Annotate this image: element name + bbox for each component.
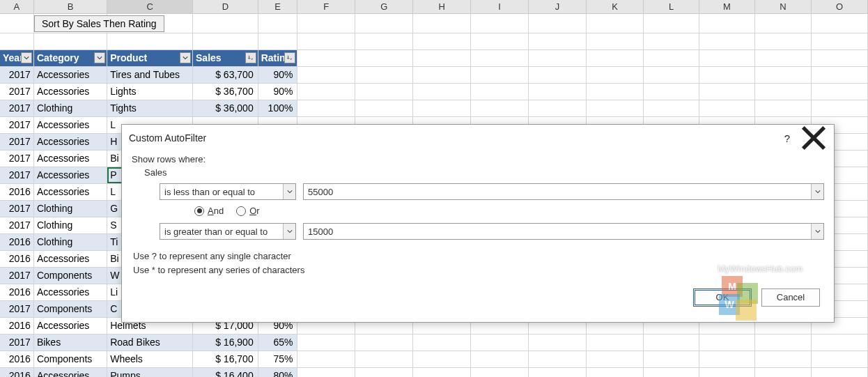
column-header-M[interactable]: M <box>699 0 755 13</box>
hint-2: Use * to represent any series of charact… <box>133 263 824 277</box>
column-header-G[interactable]: G <box>355 0 413 13</box>
dialog-title: Custom AutoFilter <box>129 132 774 144</box>
column-header-H[interactable]: H <box>413 0 471 13</box>
column-header-I[interactable]: I <box>471 0 529 13</box>
column-header-N[interactable]: N <box>755 0 812 13</box>
table-header-year[interactable]: Year <box>0 50 34 66</box>
operator-1-dropdown[interactable]: is less than or equal to <box>160 183 296 200</box>
chevron-down-icon[interactable] <box>811 224 823 239</box>
column-header-O[interactable]: O <box>812 0 868 13</box>
column-header-E[interactable]: E <box>258 0 298 13</box>
value-2-input[interactable]: 15000 <box>303 223 824 240</box>
table-row[interactable]: 2016AccessoriesPumps$ 16,40080% <box>0 368 868 377</box>
table-row[interactable]: 2017ClothingTights$ 36,000100% <box>0 100 868 117</box>
field-label: Sales <box>144 167 824 178</box>
filter-dropdown-icon[interactable] <box>94 52 105 63</box>
column-header-D[interactable]: D <box>193 0 258 13</box>
table-row[interactable]: 2017AccessoriesTires and Tubes$ 63,70090… <box>0 67 868 84</box>
column-header-C[interactable]: C <box>107 0 193 13</box>
and-radio[interactable]: And <box>194 206 224 216</box>
table-header-sales[interactable]: Sales <box>193 50 258 66</box>
table-header-rating[interactable]: Rating <box>258 50 298 66</box>
table-row[interactable]: 2016ComponentsWheels$ 16,70075% <box>0 351 868 368</box>
column-header-J[interactable]: J <box>529 0 587 13</box>
cancel-button[interactable]: Cancel <box>761 288 820 307</box>
or-radio[interactable]: Or <box>236 206 259 216</box>
column-header-L[interactable]: L <box>644 0 699 13</box>
filter-dropdown-icon[interactable] <box>284 52 295 63</box>
table-header-product[interactable]: Product <box>107 50 193 66</box>
column-headers: ABCDEFGHIJKLMNO <box>0 0 868 14</box>
table-header-category[interactable]: Category <box>34 50 107 66</box>
operator-2-dropdown[interactable]: is greater than or equal to <box>160 223 296 240</box>
filter-dropdown-icon[interactable] <box>21 52 32 63</box>
ok-button[interactable]: OK <box>693 288 752 307</box>
custom-autofilter-dialog: Custom AutoFilter ? Show rows where: Sal… <box>121 124 835 323</box>
chevron-down-icon[interactable] <box>811 184 823 199</box>
show-rows-label: Show rows where: <box>132 154 824 164</box>
help-icon[interactable]: ? <box>774 130 800 146</box>
value-1-input[interactable]: 55000 <box>303 183 824 200</box>
sort-button[interactable]: Sort By Sales Then Rating <box>34 15 164 32</box>
filter-dropdown-icon[interactable] <box>245 52 256 63</box>
chevron-down-icon[interactable] <box>283 184 295 199</box>
chevron-down-icon[interactable] <box>283 224 295 239</box>
column-header-F[interactable]: F <box>297 0 355 13</box>
hint-1: Use ? to represent any single character <box>133 249 824 263</box>
column-header-A[interactable]: A <box>0 0 34 13</box>
table-row[interactable]: 2017BikesRoad Bikes$ 16,90065% <box>0 334 868 351</box>
close-icon[interactable] <box>800 130 827 146</box>
column-header-B[interactable]: B <box>34 0 107 13</box>
filter-dropdown-icon[interactable] <box>180 52 191 63</box>
table-row[interactable]: 2017AccessoriesLights$ 36,70090% <box>0 84 868 100</box>
column-header-K[interactable]: K <box>587 0 644 13</box>
